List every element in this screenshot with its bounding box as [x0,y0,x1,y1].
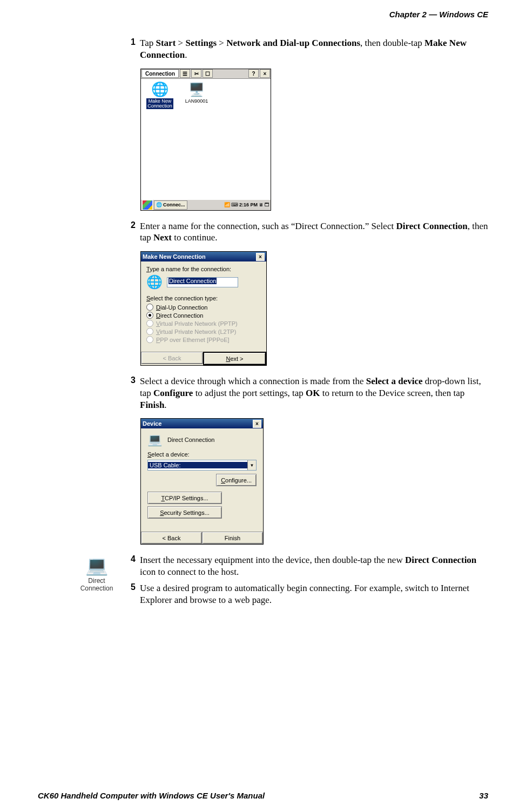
step-number: 2 [125,220,136,244]
tray-icon[interactable]: 🖥 [259,202,264,207]
desktop-icon[interactable]: 🗔 [265,202,269,207]
t: OK [306,388,320,398]
step-text: Use a desired program to automatically b… [140,582,488,606]
next-button[interactable]: Next > [203,352,266,365]
t: Tap [140,38,156,48]
make-new-connection-item[interactable]: 🌐 Make NewConnection [145,82,174,110]
tcpip-settings-button[interactable]: TCP/IP Settings... [147,492,222,504]
t: Insert the necessary equipment into the … [140,555,405,565]
direct-connection-icon: 💻 [147,433,162,447]
screenshot-device-dialog: Device × 💻 Direct Connection Select a de… [140,418,264,545]
back-button[interactable]: < Back [141,532,202,544]
t: . [185,50,187,60]
t: Connec... [163,202,185,207]
window-body: 🌐 Make NewConnection 🖥️ LAN90001 [141,79,271,205]
name-label: Type a name for the connection: [146,266,261,272]
t: Start [156,38,176,48]
help-button[interactable]: ? [248,69,259,78]
step-5: 5 Use a desired program to automatically… [125,582,488,606]
network-adapter-icon: 🖥️ [188,82,205,97]
radio-icon [146,312,153,319]
dialog-titlebar: Device × [141,419,263,428]
step-text: Tap Start > Settings > Network and Dial-… [140,37,488,61]
type-label: Select the connection type: [146,295,261,301]
t: Direct [88,577,105,585]
configure-button[interactable]: Configure... [216,474,257,486]
t: Select a device through which a connecti… [140,376,366,386]
t: Use a desired program to automatically b… [140,583,469,605]
t: icon to connect to the host. [140,567,239,577]
t: to adjust the port settings, tap [193,388,306,398]
t: , then double-tap [360,38,424,48]
chevron-down-icon: ▼ [247,460,256,470]
radio-vpn-l2tp: Virtual Private Network (L2TP) [146,328,261,335]
t: to continue. [172,232,218,243]
step-number: 3 [125,375,136,411]
device-select[interactable]: USB Cable: ▼ [147,460,257,471]
window-titlebar: Connection ☰ ✂ ☐ ? × [141,69,271,79]
step-text: Select a device through which a connecti… [140,375,488,411]
t: Settings [185,38,217,48]
step-number: 5 [125,582,136,606]
step-2: 2 Enter a name for the connection, such … [125,220,488,244]
start-button[interactable] [142,200,153,210]
step-3: 3 Select a device through which a connec… [125,375,488,411]
t: > [176,38,185,48]
step-number: 4 [125,554,136,578]
toolbar-properties-icon[interactable]: ☐ [203,69,213,78]
close-button[interactable]: × [260,69,270,78]
connection-name-input[interactable]: Direct Connection [167,277,238,287]
radio-icon [146,328,153,335]
footer-title: CK60 Handheld Computer with Windows CE U… [38,791,265,800]
dialog-title: Device [143,420,161,427]
step-number: 1 [125,37,136,61]
radio-icon [146,336,153,343]
t: Enter a name for the connection, such as… [140,221,396,231]
tray-icon[interactable]: ⌨ [231,202,238,207]
step-text: Insert the necessary equipment into the … [140,554,488,578]
window-title: Connection [141,69,179,78]
t: Direct Connection [396,221,467,231]
page-number: 33 [479,791,488,800]
lan-connection-item[interactable]: 🖥️ LAN90001 [182,82,211,104]
taskbar-item-connections[interactable]: 🌐Connec... [154,200,187,210]
radio-pppoe: PPP over Ethernet [PPPoE] [146,336,261,343]
t: Finish [140,400,164,410]
page-footer: CK60 Handheld Computer with Windows CE U… [38,791,488,800]
radio-icon [146,304,153,311]
toolbar-icon[interactable]: ☰ [180,69,190,78]
close-button[interactable]: × [253,420,261,428]
clock: 2:16 PM [239,202,258,207]
step-1: 1 Tap Start > Settings > Network and Dia… [125,37,488,61]
taskbar: 🌐Connec... 📶 ⌨ 2:16 PM 🖥 🗔 [141,199,271,210]
t: . [164,400,166,410]
radio-direct[interactable]: Direct Connection [146,312,261,319]
connection-heading: Direct Connection [167,437,214,443]
tray-icon[interactable]: 📶 [224,202,230,207]
item-label: Make NewConnection [146,98,173,110]
t: to return to the Device screen, then tap [320,388,465,398]
t: Connection [80,585,113,592]
finish-button[interactable]: Finish [202,532,263,544]
select-value: USB Cable: [148,462,247,468]
radio-vpn-pptp: Virtual Private Network (PPTP) [146,320,261,327]
toolbar-cut-icon[interactable]: ✂ [191,69,201,78]
network-icon: 🌐 [156,202,162,207]
t: Direct Connection [405,555,476,565]
step-4: 4 Insert the necessary equipment into th… [125,554,488,578]
t: > [217,38,226,48]
dialog-titlebar: Make New Connection × [141,252,266,261]
connection-wizard-icon: 🌐 [146,274,163,290]
globe-wizard-icon: 🌐 [151,81,168,98]
item-label: LAN90001 [184,98,210,104]
screenshot-connection-window: Connection ☰ ✂ ☐ ? × 🌐 Make NewConnectio… [140,69,271,211]
dialog-title: Make New Connection [143,253,206,260]
select-device-label: Select a device: [147,451,257,458]
close-button[interactable]: × [256,253,265,261]
security-settings-button[interactable]: Security Settings... [147,506,222,519]
radio-dialup[interactable]: Dial-Up Connection [146,304,261,311]
t: Configure [153,388,193,398]
system-tray: 📶 ⌨ 2:16 PM 🖥 🗔 [224,202,271,207]
t: Next [153,232,172,243]
screenshot-make-new-connection-dialog: Make New Connection × Type a name for th… [140,251,267,366]
